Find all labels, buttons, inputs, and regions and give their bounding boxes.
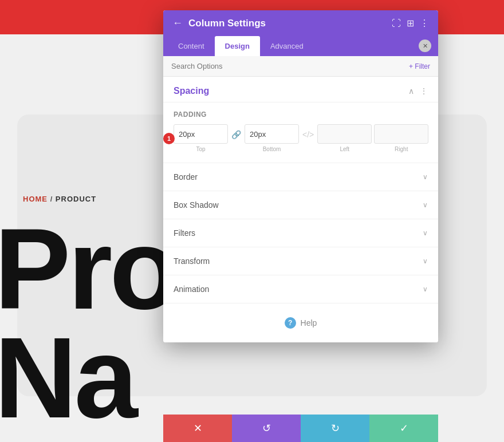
box-shadow-chevron-icon: ∨ xyxy=(423,201,428,209)
split-icon[interactable]: ⊞ xyxy=(407,18,414,29)
header-icons: ⛶ ⊞ ⋮ xyxy=(392,18,429,29)
transform-chevron-icon: ∨ xyxy=(423,257,428,265)
help-icon[interactable]: ? xyxy=(285,317,296,329)
padding-left-input[interactable] xyxy=(317,124,372,144)
search-area: + Filter xyxy=(163,56,438,77)
padding-bottom-input[interactable] xyxy=(245,124,299,144)
animation-chevron-icon: ∨ xyxy=(423,285,428,293)
more-icon[interactable]: ⋮ xyxy=(420,18,429,29)
unlink-icon[interactable]: </> xyxy=(302,130,314,139)
filters-section[interactable]: Filters ∨ xyxy=(163,219,438,247)
border-section[interactable]: Border ∨ xyxy=(163,163,438,191)
box-shadow-section[interactable]: Box Shadow ∨ xyxy=(163,191,438,219)
box-shadow-title: Box Shadow xyxy=(174,200,219,210)
collapse-icon[interactable]: ∧ xyxy=(408,86,414,96)
tab-content[interactable]: Content xyxy=(168,36,215,56)
filter-button[interactable]: + Filter xyxy=(409,62,430,70)
transform-title: Transform xyxy=(174,256,210,266)
back-button[interactable]: ← xyxy=(172,17,183,29)
panel-tabs: Content Design Advanced ✕ xyxy=(163,36,438,56)
spacing-more-icon[interactable]: ⋮ xyxy=(420,86,428,96)
padding-left-label: Left xyxy=(340,146,349,152)
panel-title: Column Settings xyxy=(188,18,386,29)
breadcrumb-separator: / xyxy=(50,195,56,203)
padding-bottom-group: Bottom xyxy=(245,124,299,152)
spacing-title: Spacing xyxy=(174,86,209,96)
filters-title: Filters xyxy=(174,228,195,238)
border-chevron-icon: ∨ xyxy=(423,173,428,181)
bottom-action-bar: ✕ ↺ ↻ ✓ xyxy=(163,415,438,442)
breadcrumb-product: PRODUCT xyxy=(56,195,96,203)
padding-section: Padding 1 Top 🔗 Bottom </> xyxy=(163,102,438,163)
padding-label: Padding xyxy=(174,110,428,119)
animation-section[interactable]: Animation ∨ xyxy=(163,275,438,303)
spacing-header-icons: ∧ ⋮ xyxy=(408,86,428,96)
badge-number: 1 xyxy=(163,133,175,144)
tab-design[interactable]: Design xyxy=(215,36,260,56)
panel-header: ← Column Settings ⛶ ⊞ ⋮ xyxy=(163,10,438,36)
help-label[interactable]: Help xyxy=(301,318,317,327)
cancel-button[interactable]: ✕ xyxy=(163,415,232,442)
padding-left-group: Left xyxy=(317,124,372,152)
spacing-section-header: Spacing ∧ ⋮ xyxy=(163,77,438,102)
transform-section[interactable]: Transform ∨ xyxy=(163,247,438,275)
big-text-line1: Pro xyxy=(0,212,176,326)
link-icon[interactable]: 🔗 xyxy=(231,130,241,139)
padding-top-group: Top xyxy=(174,124,228,152)
help-row: ? Help xyxy=(163,303,438,342)
panel-close-button[interactable]: ✕ xyxy=(419,40,431,52)
padding-right-input[interactable] xyxy=(374,124,428,144)
confirm-button[interactable]: ✓ xyxy=(369,415,438,442)
padding-top-input[interactable] xyxy=(174,124,228,144)
padding-right-label: Right xyxy=(395,146,408,152)
search-input[interactable] xyxy=(171,62,404,70)
padding-top-label: Top xyxy=(196,146,205,152)
tab-advanced[interactable]: Advanced xyxy=(260,36,314,56)
breadcrumb-home: HOME xyxy=(23,195,48,203)
breadcrumb: HOME / PRODUCT xyxy=(23,195,96,203)
expand-icon[interactable]: ⛶ xyxy=(392,18,401,29)
panel-body: Spacing ∧ ⋮ Padding 1 Top 🔗 xyxy=(163,77,438,342)
big-text-line2: Na xyxy=(0,321,135,435)
column-settings-panel: ← Column Settings ⛶ ⊞ ⋮ Content Design A… xyxy=(163,10,438,342)
padding-fields-row: 1 Top 🔗 Bottom </> Left xyxy=(174,124,428,152)
undo-button[interactable]: ↺ xyxy=(232,415,301,442)
padding-right-group: Right xyxy=(374,124,428,152)
filters-chevron-icon: ∨ xyxy=(423,229,428,237)
animation-title: Animation xyxy=(174,285,209,294)
padding-bottom-label: Bottom xyxy=(263,146,281,152)
redo-button[interactable]: ↻ xyxy=(301,415,369,442)
border-title: Border xyxy=(174,172,198,181)
